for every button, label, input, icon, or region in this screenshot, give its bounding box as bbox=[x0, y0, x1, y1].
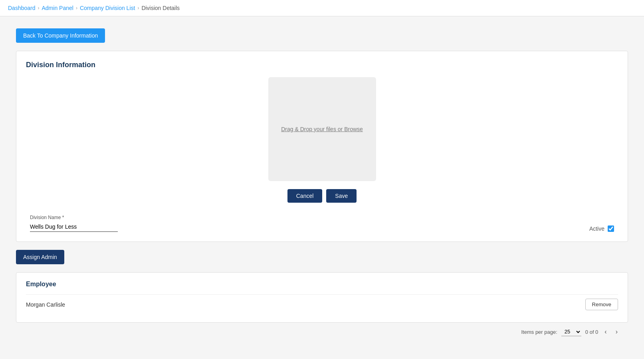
breadcrumb-sep-3: › bbox=[137, 5, 139, 11]
breadcrumb: Dashboard › Admin Panel › Company Divisi… bbox=[0, 0, 644, 16]
breadcrumb-sep-2: › bbox=[76, 5, 77, 11]
back-to-company-button[interactable]: Back To Company Information bbox=[16, 28, 105, 43]
breadcrumb-dashboard[interactable]: Dashboard bbox=[8, 5, 36, 11]
pagination-next-button[interactable]: › bbox=[613, 327, 620, 336]
active-row: Active bbox=[589, 225, 614, 232]
cancel-button[interactable]: Cancel bbox=[287, 189, 323, 203]
active-checkbox[interactable] bbox=[608, 225, 614, 232]
division-name-label: Division Name * bbox=[30, 215, 118, 220]
pagination-count: 0 of 0 bbox=[585, 329, 598, 335]
division-name-input[interactable] bbox=[30, 222, 118, 232]
employee-card: Employee Morgan Carlisle Remove bbox=[16, 272, 628, 323]
breadcrumb-admin-panel[interactable]: Admin Panel bbox=[42, 5, 73, 11]
items-per-page-select[interactable]: 10 25 50 100 bbox=[561, 327, 581, 336]
division-form-row: Division Name * Active bbox=[26, 215, 618, 232]
action-buttons-row: Cancel Save bbox=[26, 189, 618, 203]
save-button[interactable]: Save bbox=[326, 189, 357, 203]
pagination-prev-button[interactable]: ‹ bbox=[602, 327, 609, 336]
breadcrumb-division-details: Division Details bbox=[141, 5, 180, 11]
items-per-page-select-wrap: 10 25 50 100 bbox=[561, 327, 581, 336]
assign-admin-button[interactable]: Assign Admin bbox=[16, 250, 64, 264]
employee-name: Morgan Carlisle bbox=[26, 301, 65, 308]
division-name-field: Division Name * bbox=[30, 215, 118, 232]
breadcrumb-company-division-list[interactable]: Company Division List bbox=[80, 5, 135, 11]
main-content: Back To Company Information Division Inf… bbox=[0, 16, 644, 353]
remove-button[interactable]: Remove bbox=[585, 299, 618, 310]
pagination-row: Items per page: 10 25 50 100 0 of 0 ‹ › bbox=[16, 323, 628, 341]
breadcrumb-sep-1: › bbox=[38, 5, 40, 11]
division-info-card: Division Information Drag & Drop your fi… bbox=[16, 51, 628, 242]
dropzone-text: Drag & Drop your files or Browse bbox=[281, 126, 363, 132]
table-row: Morgan Carlisle Remove bbox=[26, 294, 618, 314]
active-label: Active bbox=[589, 225, 604, 232]
employee-section-title: Employee bbox=[26, 281, 618, 288]
items-per-page-label: Items per page: bbox=[521, 329, 557, 335]
file-dropzone[interactable]: Drag & Drop your files or Browse bbox=[268, 77, 376, 181]
browse-link[interactable]: Browse bbox=[344, 126, 363, 132]
division-info-title: Division Information bbox=[26, 61, 618, 69]
